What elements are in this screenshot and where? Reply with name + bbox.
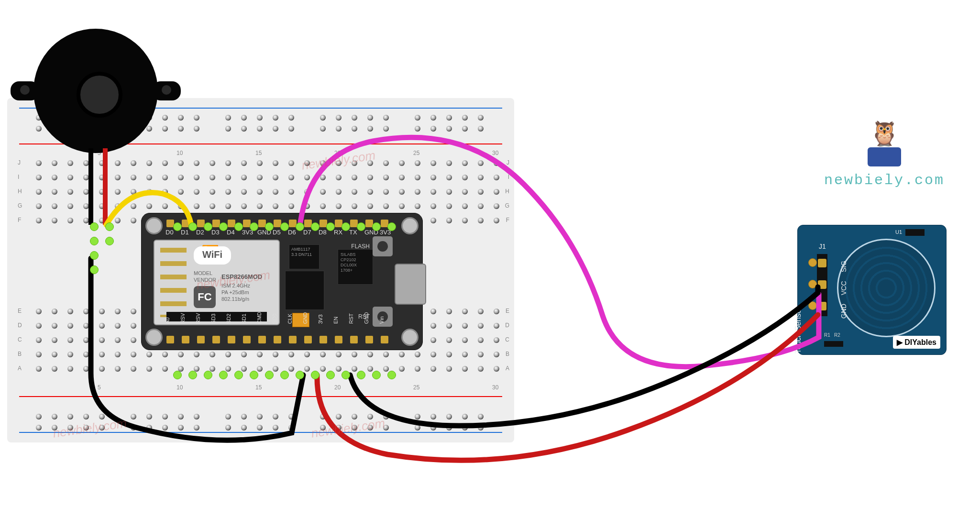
buzzer — [33, 29, 158, 153]
buzzer-lead-black — [88, 148, 93, 225]
flash-button — [373, 236, 393, 256]
owl-icon: 🦉 — [810, 120, 958, 147]
touch-pin-sig-label: SIG — [840, 261, 848, 272]
micro-usb-port — [395, 264, 426, 305]
voltage-regulator-chip: AMB1117 3.3 DN711 — [289, 244, 319, 269]
touch-pin-vcc-label: VCC — [840, 281, 848, 295]
newbiely-logo: 🦉 newbiely.com — [810, 120, 958, 188]
touch-pad — [837, 239, 936, 337]
touch-sensor-module: SIG VCC GND J1 U1 Touch Sensor ▶ DIYable… — [797, 225, 947, 355]
laptop-icon — [868, 147, 901, 166]
wiring-diagram: /* generated below */ 551010151520202525… — [5, 5, 975, 514]
usb-serial-chip: SILABS CP2102 DCL00X 1708+ — [338, 249, 373, 285]
touch-ic — [905, 229, 925, 236]
esp8266-nodemcu: 📶 WiFi MODEL VENDOR ESP8266MOD ISM 2.4GH… — [141, 213, 423, 350]
touch-sensor-header — [817, 254, 827, 316]
touch-pin-gnd-label: GND — [840, 304, 848, 319]
diyables-logo: ▶ DIYables — [893, 336, 940, 349]
buzzer-lead-red — [103, 148, 108, 225]
touch-sensor-label: Touch Sensor — [794, 307, 803, 353]
wifi-badge: WiFi — [194, 246, 231, 265]
fc-icon: FC — [194, 286, 216, 308]
buzzer-hole-icon — [77, 72, 122, 118]
